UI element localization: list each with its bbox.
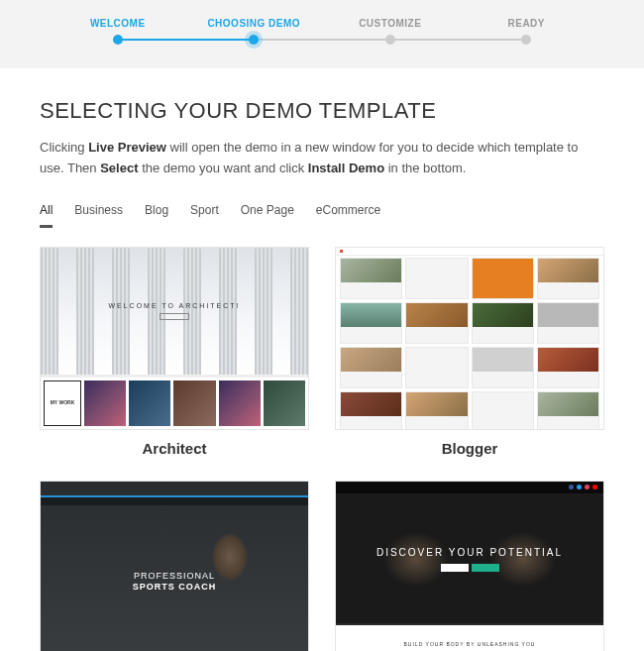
tab-business[interactable]: Business bbox=[74, 203, 123, 228]
step-label: CUSTOMIZE bbox=[322, 18, 459, 29]
social-icon bbox=[585, 485, 590, 489]
tab-all[interactable]: All bbox=[40, 203, 53, 228]
thumb-hero-text: DISCOVER YOUR POTENTIAL bbox=[376, 547, 563, 558]
thumb-lower-text: BUILD YOUR BODY BY UNLEASHING YOU bbox=[336, 625, 603, 651]
demo-card-architect[interactable]: WELCOME TO ARCHITECT! MY WORK Architect bbox=[40, 247, 309, 457]
filter-tabs: All Business Blog Sport One Page eCommer… bbox=[40, 203, 604, 229]
tab-blog[interactable]: Blog bbox=[145, 203, 168, 228]
social-icon bbox=[592, 485, 597, 489]
step-dot-icon bbox=[385, 35, 395, 45]
main-content: SELECTING YOUR DEMO TEMPLATE Clicking Li… bbox=[0, 68, 644, 651]
demo-thumbnail: DISCOVER YOUR POTENTIAL BUILD YOUR BODY … bbox=[335, 481, 604, 651]
demo-title: Architect bbox=[40, 440, 309, 457]
demo-thumbnail: PROFESSIONALSPORTS COACH bbox=[40, 481, 309, 651]
demo-title: Blogger bbox=[335, 440, 604, 457]
page-description: Clicking Live Preview will open the demo… bbox=[40, 138, 604, 179]
step-line bbox=[390, 39, 527, 41]
step-line bbox=[118, 39, 255, 41]
social-icon bbox=[577, 485, 582, 489]
tab-sport[interactable]: Sport bbox=[190, 203, 219, 228]
demo-card-gym[interactable]: DISCOVER YOUR POTENTIAL BUILD YOUR BODY … bbox=[335, 481, 604, 651]
thumb-hero-text: PROFESSIONALSPORTS COACH bbox=[133, 571, 217, 593]
step-line bbox=[254, 39, 390, 41]
step-label: CHOOSING DEMO bbox=[186, 18, 323, 29]
demo-card-coach[interactable]: PROFESSIONALSPORTS COACH bbox=[40, 481, 309, 651]
step-dot-icon bbox=[249, 35, 259, 45]
tab-ecommerce[interactable]: eCommerce bbox=[316, 203, 380, 228]
thumb-hero-text: WELCOME TO ARCHITECT! bbox=[108, 302, 240, 320]
page-title: SELECTING YOUR DEMO TEMPLATE bbox=[40, 98, 604, 124]
stepper: WELCOME CHOOSING DEMO CUSTOMIZE READY bbox=[0, 0, 644, 68]
step-label: WELCOME bbox=[50, 18, 186, 29]
thumb-mywork-label: MY WORK bbox=[44, 380, 81, 426]
step-welcome[interactable]: WELCOME bbox=[50, 18, 186, 45]
demo-thumbnail: WELCOME TO ARCHITECT! MY WORK bbox=[40, 247, 309, 430]
demo-grid: WELCOME TO ARCHITECT! MY WORK Architect bbox=[40, 247, 604, 651]
tab-one-page[interactable]: One Page bbox=[241, 203, 294, 228]
step-label: READY bbox=[459, 18, 595, 29]
step-dot-icon bbox=[521, 35, 531, 45]
demo-thumbnail bbox=[335, 247, 604, 430]
social-icon bbox=[569, 485, 574, 489]
step-dot-icon bbox=[113, 35, 123, 45]
demo-card-blogger[interactable]: Blogger bbox=[335, 247, 604, 457]
